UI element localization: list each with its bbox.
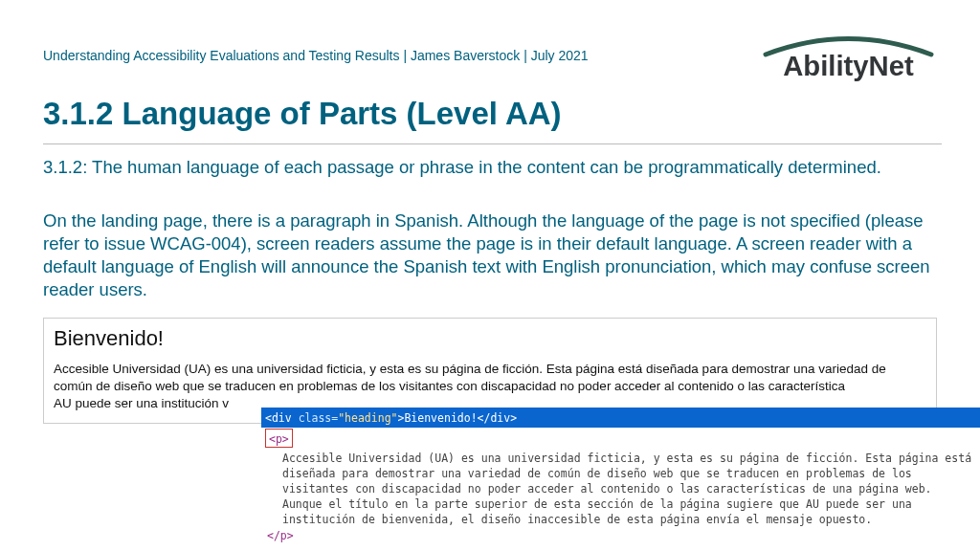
slide-header: Understanding Accessibility Evaluations … [43,48,589,63]
slide-title: 3.1.2 Language of Parts (Level AA) [43,96,562,132]
devtools-node-text: Accesible Universidad (UA) es una univer… [261,448,980,529]
svg-text:AbilityNet: AbilityNet [783,51,914,81]
explanation-text: On the landing page, there is a paragrap… [43,209,937,301]
example-paragraph: Accesible Universidad (UA) es una univer… [54,361,926,413]
success-criterion-text: 3.1.2: The human language of each passag… [43,156,937,179]
devtools-panel: <div class="heading">Bienvenido!</div> <… [261,408,980,542]
example-heading: Bienvenido! [54,326,926,351]
abilitynet-logo: AbilityNet [755,33,942,88]
horizontal-rule [43,143,942,144]
devtools-selected-element: <div class="heading">Bienvenido!</div> [261,408,980,428]
devtools-highlighted-tag: <p> [265,429,293,448]
devtools-close-tag: </p> [261,529,980,542]
